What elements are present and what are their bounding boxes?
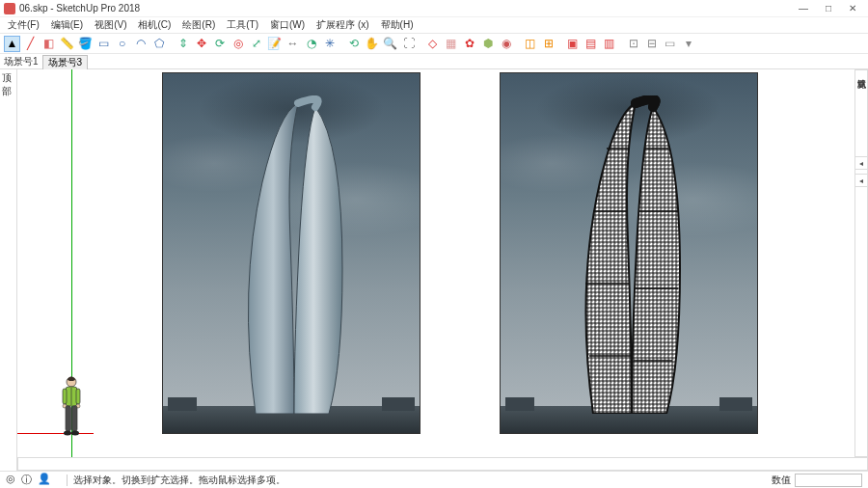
display-mode-4[interactable]: ▾: [680, 36, 696, 52]
plugin-tool-1[interactable]: ▣: [564, 36, 581, 52]
claim-status-icon[interactable]: 👤: [38, 473, 51, 487]
tray-toggle-1[interactable]: ◂: [854, 156, 868, 170]
scale-tool[interactable]: ⤢: [248, 36, 264, 52]
menu-window[interactable]: 窗口(W): [264, 18, 311, 32]
tower-render: [219, 95, 364, 414]
tray-toggle-2[interactable]: ◂: [854, 174, 868, 187]
model-image-right[interactable]: [500, 72, 758, 434]
polygon-tool[interactable]: ⬠: [150, 36, 167, 52]
svg-rect-17: [66, 406, 71, 431]
pan-tool[interactable]: ✋: [364, 36, 380, 52]
workspace: 顶部: [0, 69, 868, 471]
paint-bucket-tool[interactable]: 🪣: [77, 36, 94, 52]
scene-tab-3[interactable]: 场景号3: [42, 55, 89, 69]
ruler-v-label: 顶部: [2, 71, 16, 98]
menu-draw[interactable]: 绘图(R): [176, 18, 221, 32]
unknown-tool-2[interactable]: ⬢: [479, 36, 496, 52]
status-bar: ◎ⓘ👤 选择对象。切换到扩充选择。拖动鼠标选择多项。 数值: [0, 471, 868, 488]
unknown-tool-1[interactable]: ✿: [461, 36, 477, 52]
arc-tool[interactable]: ◠: [132, 36, 149, 52]
minimize-button[interactable]: —: [799, 3, 808, 14]
svg-point-20: [71, 431, 79, 436]
iso-tool[interactable]: ◇: [424, 36, 441, 52]
menu-bar: 文件(F) 编辑(E) 视图(V) 相机(C) 绘图(R) 工具(T) 窗口(W…: [0, 17, 868, 33]
zoom-tool[interactable]: 🔍: [382, 36, 398, 52]
right-tray-panel[interactable]: 填充默认: [854, 69, 868, 457]
display-mode-1[interactable]: ⊡: [625, 36, 641, 52]
app-name-text: SketchUp Pro 2018: [56, 3, 140, 14]
select-tool[interactable]: ▲: [4, 36, 20, 52]
filename-text: 06.skp: [19, 3, 47, 14]
geolocation-status-icon[interactable]: ◎: [6, 473, 15, 487]
menu-camera[interactable]: 相机(C): [132, 18, 176, 32]
plugin-tool-2[interactable]: ▤: [583, 36, 599, 52]
section-tool[interactable]: ◫: [522, 36, 538, 52]
close-button[interactable]: ✕: [849, 3, 856, 14]
zoom-extents-tool[interactable]: ⛶: [400, 36, 417, 52]
line-tool[interactable]: ╱: [22, 36, 39, 52]
tower-wireframe: [556, 95, 701, 414]
menu-view[interactable]: 视图(V): [89, 18, 132, 32]
rotate-tool[interactable]: ⟳: [211, 36, 228, 52]
section-display-tool[interactable]: ⊞: [540, 36, 556, 52]
protractor-tool[interactable]: ◔: [303, 36, 319, 52]
maximize-button[interactable]: □: [826, 3, 831, 14]
rectangle-tool[interactable]: ▭: [95, 36, 112, 52]
menu-help[interactable]: 帮助(H): [375, 18, 420, 32]
tape-measure-tool[interactable]: 📏: [59, 36, 75, 52]
title-bar: 06.skp - SketchUp Pro 2018 — □ ✕: [0, 0, 868, 17]
front-view-tool[interactable]: ▦: [443, 36, 459, 52]
menu-edit[interactable]: 编辑(E): [45, 18, 89, 32]
svg-rect-14: [76, 389, 80, 404]
main-toolbar: ▲╱◧📏🪣▭○◠⬠⇕✥⟳◎⤢📝↔◔✳⟲✋🔍⛶◇▦✿⬢◉◫⊞▣▤▥⊡⊟▭▾: [0, 33, 868, 54]
circle-tool[interactable]: ○: [114, 36, 130, 52]
scale-figure-icon[interactable]: [58, 375, 85, 437]
move-tool[interactable]: ✥: [193, 36, 209, 52]
status-hint: 选择对象。切换到扩充选择。拖动鼠标选择多项。: [73, 474, 285, 487]
text-tool[interactable]: 📝: [266, 36, 283, 52]
orbit-tool[interactable]: ⟲: [345, 36, 362, 52]
credits-status-icon[interactable]: ⓘ: [21, 473, 32, 487]
scene-label: 场景号1: [0, 55, 42, 68]
plugin-tool-3[interactable]: ▥: [601, 36, 617, 52]
display-mode-3[interactable]: ▭: [662, 36, 678, 52]
svg-rect-13: [63, 389, 67, 404]
vertical-ruler: 顶部: [0, 69, 17, 471]
push-pull-tool[interactable]: ⇕: [175, 36, 191, 52]
svg-point-19: [64, 431, 71, 436]
reference-image-left[interactable]: [162, 72, 420, 434]
app-icon: [4, 3, 15, 14]
window-title: 06.skp - SketchUp Pro 2018: [19, 3, 799, 14]
eraser-tool[interactable]: ◧: [41, 36, 57, 52]
horizontal-scrollbar[interactable]: [17, 457, 868, 471]
offset-tool[interactable]: ◎: [230, 36, 246, 52]
dimension-tool[interactable]: ↔: [285, 36, 301, 52]
menu-extensions[interactable]: 扩展程序 (x): [311, 18, 374, 32]
svg-rect-18: [72, 406, 78, 431]
vcb-input[interactable]: [795, 474, 862, 487]
display-mode-2[interactable]: ⊟: [643, 36, 660, 52]
scene-tabs: 场景号1 场景号3: [0, 54, 868, 69]
viewport[interactable]: 填充默认 ◂ ◂: [17, 69, 868, 471]
vcb-label: 数值: [772, 474, 791, 487]
menu-tools[interactable]: 工具(T): [221, 18, 264, 32]
menu-file[interactable]: 文件(F): [2, 18, 45, 32]
unknown-tool-3[interactable]: ◉: [498, 36, 514, 52]
axes-tool[interactable]: ✳: [321, 36, 338, 52]
